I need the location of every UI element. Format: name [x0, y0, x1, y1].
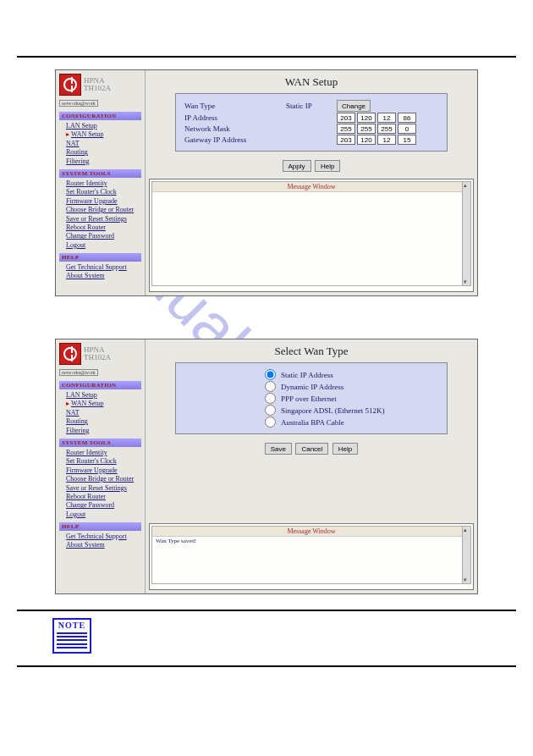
message-window: Message Window [149, 179, 474, 292]
option-au-bpa: Australia BPA Cable [281, 418, 344, 427]
ip-oct3[interactable] [377, 113, 396, 123]
wan-type-label: Wan Type [184, 102, 286, 110]
nav-nat[interactable]: NAT [66, 409, 141, 417]
page-title: Select Wan Type [146, 339, 477, 361]
gw-oct3[interactable] [377, 135, 396, 145]
nav-router-identity[interactable]: Router Identity [66, 449, 141, 457]
screenshot-select-wan-type: HPNA TH102A networks@work CONFIGURATION … [55, 339, 478, 594]
nav-save-reset[interactable]: Save or Reset Settings [66, 484, 141, 493]
nav-heading-help: HELP [59, 253, 141, 262]
help-button[interactable]: Help [315, 160, 340, 172]
nav-logout[interactable]: Logout [66, 510, 141, 519]
ip-oct1[interactable] [337, 113, 355, 123]
note-icon: NOTE [52, 618, 91, 654]
nav-set-clock[interactable]: Set Router's Clock [66, 457, 141, 466]
nav-nat[interactable]: NAT [66, 140, 141, 148]
config-box: Wan Type Static IP Change IP Address Ne [175, 93, 448, 152]
apply-button[interactable]: Apply [283, 160, 311, 172]
nav-bridge-router[interactable]: Choose Bridge or Router [66, 475, 141, 483]
scrollbar[interactable] [462, 527, 470, 583]
rule-top [17, 56, 516, 58]
nav-change-pw[interactable]: Change Password [66, 232, 141, 240]
nav-heading-help: HELP [59, 522, 141, 531]
gw-oct1[interactable] [337, 135, 355, 145]
nav-firmware[interactable]: Firmware Upgrade [66, 197, 141, 206]
compex-logo-icon [59, 343, 81, 365]
nav-tech-support[interactable]: Get Technical Support [66, 263, 141, 272]
nav-filtering[interactable]: Filtering [66, 427, 141, 435]
help-button[interactable]: Help [332, 443, 358, 455]
radio-sg-adsl[interactable] [265, 405, 276, 416]
ip-oct2[interactable] [357, 113, 376, 123]
page-title: WAN Setup [146, 70, 477, 91]
nav-about[interactable]: About System [66, 541, 141, 549]
mask-oct3[interactable] [377, 124, 396, 134]
cancel-button[interactable]: Cancel [295, 443, 328, 455]
nav-save-reset[interactable]: Save or Reset Settings [66, 215, 141, 223]
nav-tech-support[interactable]: Get Technical Support [66, 533, 141, 541]
nav-change-pw[interactable]: Change Password [66, 501, 141, 510]
sidebar: HPNA TH102A networks@work CONFIGURATION … [56, 70, 146, 295]
radio-static-ip[interactable] [265, 369, 276, 380]
message-window: Message Window Wan Type saved! [149, 523, 474, 590]
model-line2: TH102A [84, 354, 111, 361]
nav-wan-setup[interactable]: WAN Setup [66, 130, 141, 139]
nav-router-identity[interactable]: Router Identity [66, 179, 141, 188]
mask-oct1[interactable] [337, 124, 355, 134]
rule-mid [17, 610, 516, 611]
nav-logout[interactable]: Logout [66, 241, 141, 250]
wan-type-value: Static IP [286, 102, 337, 110]
nav-heading-system-tools: SYSTEM TOOLS [59, 169, 141, 178]
mask-label: Network Mask [184, 124, 286, 133]
nav-filtering[interactable]: Filtering [66, 157, 141, 166]
radio-dynamic-ip[interactable] [265, 381, 276, 392]
gw-oct2[interactable] [357, 135, 376, 145]
sidebar: HPNA TH102A networks@work CONFIGURATION … [56, 339, 146, 593]
mask-oct4[interactable] [398, 124, 416, 134]
nav-heading-configuration: CONFIGURATION [59, 381, 141, 389]
ip-label: IP Address [184, 113, 286, 122]
gw-label: Gateway IP Address [184, 135, 286, 144]
brand-tagline: networks@work [59, 369, 98, 376]
radio-pppoe[interactable] [265, 393, 276, 404]
message-window-title: Message Window [152, 527, 470, 537]
radio-au-bpa[interactable] [265, 417, 276, 428]
nav-wan-setup[interactable]: WAN Setup [66, 400, 141, 408]
nav-routing[interactable]: Routing [66, 417, 141, 426]
option-pppoe: PPP over Ethernet [281, 395, 337, 403]
brand-tagline: networks@work [59, 100, 98, 107]
option-sg-adsl: Singapore ADSL (Ethernet 512K) [281, 406, 384, 415]
nav-about[interactable]: About System [66, 272, 141, 280]
nav-reboot[interactable]: Reboot Router [66, 493, 141, 501]
nav-lan-setup[interactable]: LAN Setup [66, 391, 141, 400]
change-button[interactable]: Change [337, 100, 371, 112]
nav-reboot[interactable]: Reboot Router [66, 223, 141, 232]
nav-set-clock[interactable]: Set Router's Clock [66, 188, 141, 196]
option-static-ip: Static IP Address [281, 371, 333, 379]
nav-routing[interactable]: Routing [66, 148, 141, 157]
note-label: NOTE [54, 620, 90, 631]
nav-lan-setup[interactable]: LAN Setup [66, 122, 141, 130]
scrollbar[interactable] [462, 182, 470, 285]
nav-heading-system-tools: SYSTEM TOOLS [59, 439, 141, 447]
nav-firmware[interactable]: Firmware Upgrade [66, 466, 141, 475]
message-window-text: Wan Type saved! [152, 537, 470, 545]
rule-bottom [17, 665, 516, 667]
screenshot-wan-setup: HPNA TH102A networks@work CONFIGURATION … [55, 69, 478, 296]
nav-bridge-router[interactable]: Choose Bridge or Router [66, 206, 141, 214]
ip-oct4[interactable] [398, 113, 416, 123]
main-panel: Select Wan Type Static IP Address Dynami… [146, 339, 477, 593]
message-window-title: Message Window [152, 182, 470, 192]
mask-oct2[interactable] [357, 124, 376, 134]
config-box: Static IP Address Dynamic IP Address PPP… [175, 362, 448, 434]
nav-heading-configuration: CONFIGURATION [59, 112, 141, 120]
save-button[interactable]: Save [265, 443, 292, 455]
main-panel: WAN Setup Wan Type Static IP Change IP A… [146, 70, 477, 295]
option-dynamic-ip: Dynamic IP Address [281, 383, 343, 391]
model-line2: TH102A [84, 85, 111, 92]
gw-oct4[interactable] [398, 135, 416, 145]
compex-logo-icon [59, 74, 81, 96]
